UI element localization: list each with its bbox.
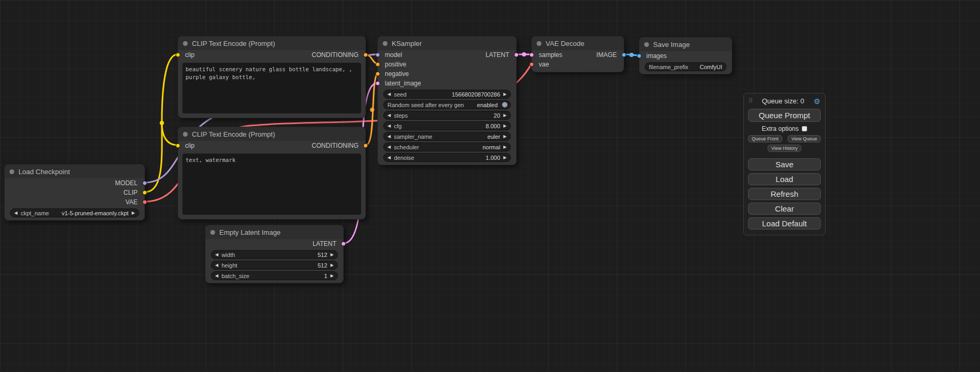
collapse-dot[interactable] — [537, 41, 541, 46]
node-title-bar[interactable]: CLIP Text Encode (Prompt) — [178, 36, 365, 50]
node-title-bar[interactable]: Empty Latent Image — [206, 225, 343, 239]
increment-arrow-icon[interactable]: ▶ — [503, 92, 507, 97]
node-vae-decode[interactable]: VAE Decode samples IMAGE vae — [531, 36, 624, 72]
wire-midpoint-latent[interactable] — [522, 52, 526, 56]
widget-label: filename_prefix — [649, 64, 688, 70]
drag-handle-icon[interactable]: ⠿ — [749, 98, 752, 104]
node-ksampler[interactable]: KSampler model LATENT positive negative … — [377, 36, 517, 165]
vae-output-dot[interactable] — [142, 200, 147, 205]
clear-button[interactable]: Clear — [748, 203, 821, 215]
settings-gear-icon[interactable]: ⚙ — [813, 98, 820, 105]
negative-prompt-textarea[interactable]: text, watermark — [182, 154, 361, 215]
ckpt-name-widget[interactable]: ◀ ckpt_name v1-5-pruned-emaonly.ckpt ▶ — [10, 208, 139, 217]
latent-output-dot[interactable] — [341, 242, 346, 246]
widget-label: height — [221, 262, 237, 269]
clip-output-dot[interactable] — [142, 190, 147, 195]
clip-input-dot[interactable] — [176, 144, 180, 148]
model-input-dot[interactable] — [375, 53, 380, 58]
decrement-arrow-icon[interactable]: ◀ — [215, 274, 218, 278]
negative-input-dot[interactable] — [375, 72, 380, 77]
node-canvas[interactable]: Load Checkpoint MODEL CLIP VAE ◀ ckpt_na… — [0, 0, 980, 372]
cfg-widget[interactable]: ◀ cfg 8.000 ▶ — [383, 121, 511, 130]
positive-prompt-textarea[interactable]: beautiful scenery nature glass bottle la… — [182, 63, 361, 113]
decrement-arrow-icon[interactable]: ◀ — [215, 253, 218, 257]
node-title-bar[interactable]: KSampler — [378, 36, 516, 50]
wire-midpoint-clip[interactable] — [160, 121, 164, 125]
collapse-dot[interactable] — [210, 230, 215, 235]
wire-midpoint-negative[interactable] — [370, 108, 374, 112]
node-save-image[interactable]: Save Image images filename_prefix ComfyU… — [639, 37, 732, 74]
extra-options-checkbox[interactable] — [802, 126, 807, 131]
random-seed-toggle[interactable]: Random seed after every gen enabled — [383, 100, 511, 109]
increment-arrow-icon[interactable]: ▶ — [331, 263, 334, 268]
node-load-checkpoint[interactable]: Load Checkpoint MODEL CLIP VAE ◀ ckpt_na… — [4, 164, 145, 221]
width-widget[interactable]: ◀ width 512 ▶ — [211, 250, 338, 259]
images-input-dot[interactable] — [637, 54, 642, 59]
samples-input-dot[interactable] — [529, 53, 534, 58]
increment-arrow-icon[interactable]: ▶ — [331, 253, 334, 257]
node-title-bar[interactable]: Save Image — [639, 37, 732, 51]
increment-arrow-icon[interactable]: ▶ — [503, 124, 507, 128]
view-queue-button[interactable]: View Queue — [788, 135, 821, 142]
increment-arrow-icon[interactable]: ▶ — [132, 211, 135, 215]
image-output-dot[interactable] — [622, 53, 626, 58]
conditioning-output-dot[interactable] — [363, 53, 368, 58]
node-title-bar[interactable]: CLIP Text Encode (Prompt) — [178, 127, 365, 141]
slot-row-samples: samples IMAGE — [532, 50, 624, 60]
decrement-arrow-icon[interactable]: ◀ — [387, 92, 391, 97]
widget-value: euler — [487, 133, 500, 140]
queue-size-label: Queue size: 0 — [755, 97, 811, 105]
height-widget[interactable]: ◀ height 512 ▶ — [211, 261, 338, 270]
sampler-name-widget[interactable]: ◀ sampler_name euler ▶ — [383, 132, 511, 141]
steps-widget[interactable]: ◀ steps 20 ▶ — [383, 111, 511, 120]
view-history-button[interactable]: View History — [768, 145, 801, 152]
node-title-bar[interactable]: VAE Decode — [532, 36, 624, 50]
decrement-arrow-icon[interactable]: ◀ — [14, 211, 17, 215]
decrement-arrow-icon[interactable]: ◀ — [215, 263, 218, 268]
save-button[interactable]: Save — [748, 158, 821, 170]
scheduler-widget[interactable]: ◀ scheduler normal ▶ — [383, 142, 511, 151]
node-clip-text-encode-positive[interactable]: CLIP Text Encode (Prompt) clip CONDITION… — [178, 36, 366, 118]
clip-input-dot[interactable] — [176, 53, 180, 58]
latent-image-input-dot[interactable] — [375, 81, 380, 86]
load-button[interactable]: Load — [748, 173, 821, 185]
increment-arrow-icon[interactable]: ▶ — [503, 156, 507, 160]
slot-row-images: images — [639, 51, 732, 61]
increment-arrow-icon[interactable]: ▶ — [503, 135, 507, 139]
decrement-arrow-icon[interactable]: ◀ — [387, 124, 391, 128]
vae-input-dot[interactable] — [529, 62, 534, 67]
comfy-menu-panel[interactable]: ⠿ Queue size: 0 ⚙ Queue Prompt Extra opt… — [743, 93, 826, 235]
collapse-dot[interactable] — [183, 41, 188, 46]
increment-arrow-icon[interactable]: ▶ — [331, 274, 334, 278]
queue-prompt-button[interactable]: Queue Prompt — [748, 109, 821, 122]
node-clip-text-encode-negative[interactable]: CLIP Text Encode (Prompt) clip CONDITION… — [178, 127, 366, 220]
positive-input-dot[interactable] — [375, 62, 380, 67]
increment-arrow-icon[interactable]: ▶ — [503, 113, 507, 118]
denoise-widget[interactable]: ◀ denoise 1.000 ▶ — [383, 153, 511, 162]
decrement-arrow-icon[interactable]: ◀ — [387, 113, 391, 118]
seed-widget[interactable]: ◀ seed 156680208700286 ▶ — [383, 90, 511, 99]
decrement-arrow-icon[interactable]: ◀ — [387, 156, 391, 160]
collapse-dot[interactable] — [9, 169, 14, 174]
conditioning-output-dot[interactable] — [363, 144, 368, 148]
output-row-latent: LATENT — [206, 239, 343, 249]
collapse-dot[interactable] — [383, 41, 387, 46]
queue-front-button[interactable]: Queue Front — [748, 135, 782, 142]
wire-midpoint-image[interactable] — [629, 53, 634, 57]
refresh-button[interactable]: Refresh — [748, 188, 821, 200]
collapse-dot[interactable] — [644, 42, 649, 47]
batch-size-widget[interactable]: ◀ batch_size 1 ▶ — [211, 271, 338, 280]
collapse-dot[interactable] — [183, 132, 188, 137]
decrement-arrow-icon[interactable]: ◀ — [387, 135, 391, 139]
toggle-knob-icon[interactable] — [502, 102, 508, 108]
node-empty-latent-image[interactable]: Empty Latent Image LATENT ◀ width 512 ▶ … — [205, 225, 344, 283]
filename-prefix-widget[interactable]: filename_prefix ComfyUI — [645, 62, 726, 71]
node-title-bar[interactable]: Load Checkpoint — [5, 165, 144, 178]
widget-value: enabled — [477, 102, 498, 108]
latent-output-dot[interactable] — [514, 53, 519, 58]
load-default-button[interactable]: Load Default — [748, 217, 821, 230]
widget-label: sampler_name — [394, 133, 432, 140]
decrement-arrow-icon[interactable]: ◀ — [387, 145, 391, 149]
increment-arrow-icon[interactable]: ▶ — [503, 145, 507, 149]
model-output-dot[interactable] — [142, 181, 147, 186]
